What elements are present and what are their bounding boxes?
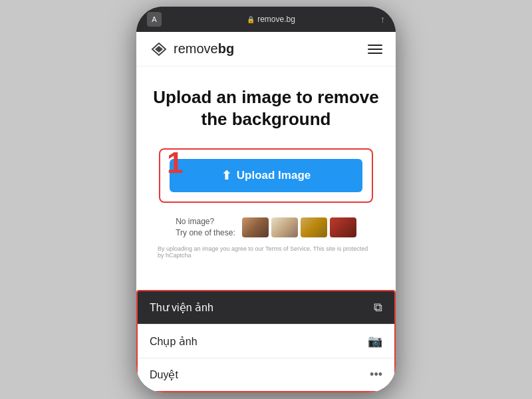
logo-text: removebg — [174, 41, 234, 57]
gallery-label: Thư viện ảnh — [150, 301, 213, 314]
status-bar-left: A — [147, 12, 162, 27]
sample-car-img[interactable] — [330, 217, 356, 237]
svg-marker-1 — [155, 46, 163, 53]
status-bar-center: 🔒 remove.bg — [162, 15, 380, 24]
logo-remove: remove — [174, 41, 218, 56]
menu-item-browse[interactable]: Duyệt ••• — [138, 358, 394, 391]
hamburger-line-2 — [368, 49, 382, 50]
bottom-action-sheet: Thư viện ảnh ⧉ Chụp ảnh 📷 Duyệt ••• — [136, 290, 396, 392]
gallery-icon: ⧉ — [374, 301, 382, 315]
main-content: Upload an image to remove the background… — [136, 66, 396, 272]
hamburger-line-3 — [368, 53, 382, 54]
translate-label: A — [152, 15, 156, 23]
upload-image-button[interactable]: ⬆ Upload Image — [170, 159, 362, 192]
status-bar: A 🔒 remove.bg ↑ — [136, 7, 396, 32]
headline: Upload an image to remove the background — [152, 86, 380, 130]
sample-llama-img[interactable] — [271, 217, 298, 237]
sample-bread-img[interactable] — [301, 217, 327, 237]
logo-area: removebg — [150, 41, 234, 57]
logo-icon — [150, 42, 168, 57]
sample-label: No image? Try one of these: — [176, 216, 235, 239]
upload-arrow-icon: ⬆ — [221, 168, 231, 183]
navbar: removebg — [136, 32, 396, 66]
upload-button-label: Upload Image — [237, 169, 311, 182]
browse-label: Duyệt — [150, 368, 178, 381]
share-icon[interactable]: ↑ — [380, 14, 385, 25]
try-one-text: Try one of these: — [176, 227, 235, 239]
browser-content: removebg Upload an image to remove the b… — [136, 32, 396, 392]
url-text: remove.bg — [257, 15, 295, 24]
step-1-number: 1 — [167, 148, 183, 178]
sample-images — [242, 217, 356, 237]
lock-icon: 🔒 — [247, 16, 255, 23]
sample-row: No image? Try one of these: — [152, 216, 380, 239]
ellipsis-icon: ••• — [370, 368, 382, 382]
translate-icon: A — [147, 12, 162, 27]
sample-woman-img[interactable] — [242, 217, 269, 237]
share-arrow: ↑ — [380, 14, 385, 25]
menu-item-camera[interactable]: Chụp ảnh 📷 — [138, 324, 394, 358]
upload-box: ⬆ Upload Image — [159, 148, 373, 203]
disclaimer-text: By uploading an image you agree to our T… — [152, 245, 380, 259]
hamburger-button[interactable] — [368, 45, 382, 54]
hamburger-line-1 — [368, 45, 382, 46]
phone-frame: A 🔒 remove.bg ↑ removebg — [136, 7, 396, 392]
camera-label: Chụp ảnh — [150, 335, 198, 348]
logo-bg: bg — [218, 41, 234, 56]
no-image-text: No image? — [176, 216, 235, 227]
upload-section: 1 ⬆ Upload Image — [152, 148, 380, 203]
camera-icon: 📷 — [368, 334, 382, 348]
menu-item-gallery[interactable]: Thư viện ảnh ⧉ — [138, 291, 394, 324]
